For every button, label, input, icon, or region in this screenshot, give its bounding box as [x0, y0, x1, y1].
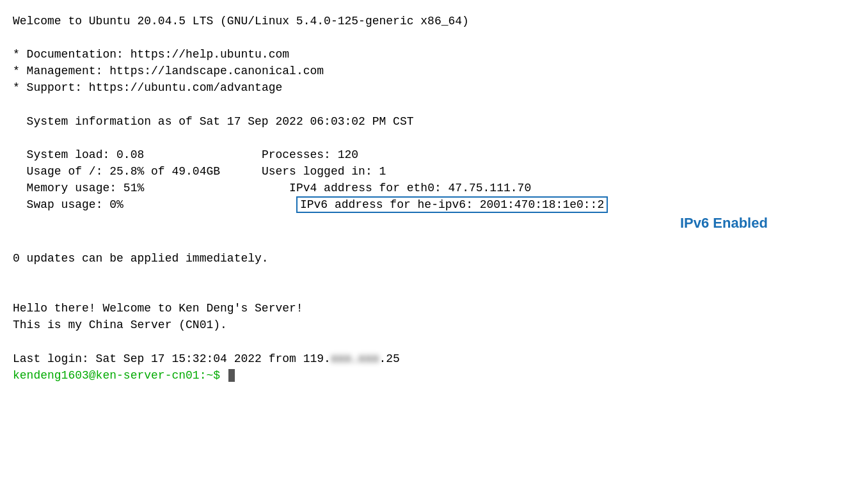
users-logged-value: 1 [379, 165, 386, 178]
documentation-label: * Documentation: [13, 48, 123, 61]
documentation-line: * Documentation: https://help.ubuntu.com [13, 46, 829, 63]
usage-value: 25.8% of 49.04GB [109, 165, 220, 178]
prompt-suffix: :~$ [200, 369, 227, 382]
ipv6-box: IPv6 address for he-ipv6: 2001:470:18:1e… [296, 196, 608, 213]
last-login-line: Last login: Sat Sep 17 15:32:04 2022 fro… [13, 350, 829, 367]
ipv4-label: IPv4 address for eth0: [289, 182, 441, 194]
documentation-url: https://help.ubuntu.com [131, 48, 289, 61]
welcome-line: Welcome to Ubuntu 20.04.5 LTS (GNU/Linux… [13, 13, 829, 29]
management-label: * Management: [13, 65, 102, 77]
last-login-blurred: xxx.xxx [331, 350, 379, 367]
support-url: https://ubuntu.com/advantage [89, 81, 282, 94]
prompt-user-host: kendeng1603@ken-server-cn01 [13, 369, 200, 382]
memory-label: Memory usage: [27, 182, 116, 194]
system-load-label: System load: [27, 148, 110, 161]
usage-line: Usage of /: 25.8% of 49.04GB Users logge… [13, 163, 829, 180]
users-logged-label: Users logged in: [262, 165, 372, 178]
processes-label: Processes: [262, 148, 331, 161]
usage-label: Usage of /: [27, 165, 103, 178]
hello-line: Hello there! Welcome to Ken Deng's Serve… [13, 300, 829, 317]
management-line: * Management: https://landscape.canonica… [13, 63, 829, 79]
terminal-window: Welcome to Ubuntu 20.04.5 LTS (GNU/Linux… [13, 13, 829, 384]
swap-ipv6-line: Swap usage: 0% IPv6 address for he-ipv6:… [13, 196, 829, 213]
ipv6-value: 2001:470:18:1e0::2 [480, 198, 604, 211]
swap-value: 0% [109, 198, 123, 211]
support-label: * Support: [13, 81, 82, 94]
ipv6-enabled-line: IPv6 Enabled [13, 213, 829, 233]
system-load-line: System load: 0.08 Processes: 120 [13, 146, 829, 163]
ipv6-label: IPv6 address for he-ipv6: [300, 198, 473, 211]
processes-value: 120 [338, 148, 358, 161]
server-line: This is my China Server (CN01). [13, 317, 829, 333]
prompt-line: kendeng1603@ken-server-cn01:~$ [13, 367, 829, 384]
management-url: https://landscape.canonical.com [109, 65, 324, 77]
last-login-suffix: .25 [379, 352, 400, 365]
swap-label: Swap usage: [27, 198, 103, 211]
system-info-line: System information as of Sat 17 Sep 2022… [13, 113, 829, 130]
ipv6-enabled-label: IPv6 Enabled [642, 213, 768, 233]
last-login-prefix: Last login: Sat Sep 17 15:32:04 2022 fro… [13, 352, 331, 365]
updates-line: 0 updates can be applied immediately. [13, 250, 829, 267]
memory-line: Memory usage: 51% IPv4 address for eth0:… [13, 180, 829, 196]
memory-value: 51% [123, 182, 144, 194]
cursor-block [228, 369, 235, 382]
ipv4-value: 47.75.111.70 [449, 182, 532, 194]
system-load-value: 0.08 [116, 148, 144, 161]
support-line: * Support: https://ubuntu.com/advantage [13, 79, 829, 96]
